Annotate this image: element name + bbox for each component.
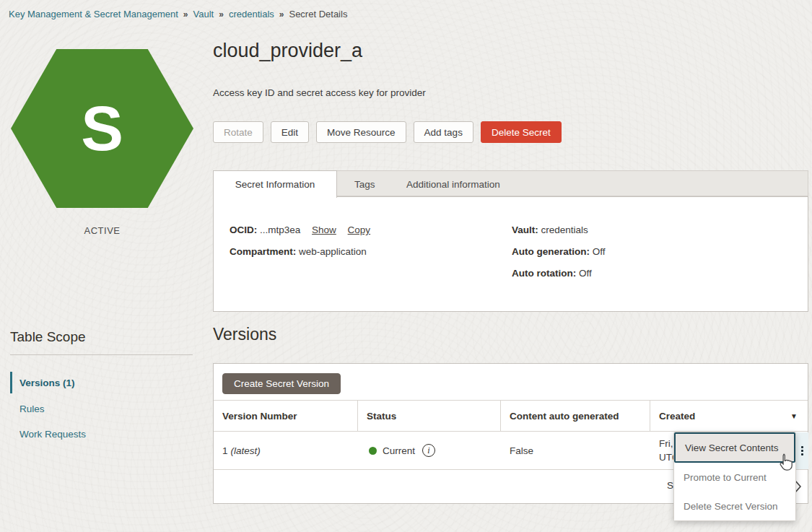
breadcrumb-link-credentials[interactable]: credentials <box>229 9 274 19</box>
kebab-dot-icon <box>801 453 803 455</box>
auto-generation-label: Auto generation: <box>512 246 590 257</box>
auto-rotation-row: Auto rotation: Off <box>512 268 592 279</box>
sidebar-item-rules[interactable]: Rules <box>10 398 195 419</box>
breadcrumb-separator-icon: » <box>219 9 224 19</box>
vault-value-text: credentials <box>541 224 588 235</box>
column-header-content-auto-generated: Content auto generated <box>501 401 650 431</box>
sidebar-item-label: Work Requests <box>12 429 86 440</box>
sidebar-item-label: Rules <box>12 404 45 414</box>
sidebar-item-label: Versions (1) <box>12 378 75 388</box>
secret-details-page: { "breadcrumb": { "separator": "»", "ite… <box>0 0 812 532</box>
column-header-status: Status <box>358 401 501 431</box>
edit-button[interactable]: Edit <box>271 121 309 143</box>
rotate-button[interactable]: Rotate <box>213 121 263 143</box>
row-actions-kebab-menu-button[interactable] <box>795 432 808 469</box>
sidebar-divider <box>10 354 193 355</box>
secret-initial: S <box>81 97 123 160</box>
row-actions-context-menu: View Secret Contents Promote to Current … <box>673 432 796 521</box>
sidebar-title: Table Scope <box>10 329 86 345</box>
vault-row: Vault: credentials <box>512 224 588 235</box>
auto-rotation-value-text: Off <box>579 268 592 279</box>
compartment-value-text: web-application <box>299 246 367 257</box>
cell-version-number: 1 (latest) <box>214 432 358 469</box>
ocid-row: OCID: ...mtp3ea Show Copy <box>230 224 370 235</box>
move-resource-button[interactable]: Move Resource <box>316 121 406 143</box>
breadcrumb-link-key-management[interactable]: Key Management & Secret Management <box>9 9 178 19</box>
ocid-value-text: ...mtp3ea <box>260 224 300 235</box>
tab-additional-information[interactable]: Additional information <box>390 171 516 197</box>
action-toolbar: Rotate Edit Move Resource Add tags Delet… <box>213 121 562 143</box>
versions-heading: Versions <box>213 325 276 344</box>
breadcrumb-separator-icon: » <box>279 9 284 19</box>
auto-generation-row: Auto generation: Off <box>512 246 606 257</box>
delete-secret-button[interactable]: Delete Secret <box>481 121 562 143</box>
cell-status: Current i <box>358 432 501 469</box>
create-secret-version-button[interactable]: Create Secret Version <box>222 373 341 394</box>
vault-label: Vault: <box>512 224 538 235</box>
column-header-created[interactable]: Created ▼ <box>650 401 808 431</box>
breadcrumb-current: Secret Details <box>289 9 347 19</box>
tab-tags[interactable]: Tags <box>339 171 391 197</box>
menu-item-delete-secret-version[interactable]: Delete Secret Version <box>674 492 795 520</box>
created-line-1: Fri, <box>659 437 673 450</box>
kebab-dot-icon <box>801 450 803 452</box>
info-icon[interactable]: i <box>422 444 435 457</box>
status-current-dot <box>369 447 377 455</box>
compartment-row: Compartment: web-application <box>230 246 367 257</box>
secret-information-panel: OCID: ...mtp3ea Show Copy Compartment: w… <box>213 196 808 312</box>
auto-generation-value-text: Off <box>593 246 606 257</box>
breadcrumb-link-vault[interactable]: Vault <box>193 9 214 19</box>
page-title: cloud_provider_a <box>213 40 362 62</box>
cell-content-auto-generated: False <box>501 432 650 469</box>
ocid-show-link[interactable]: Show <box>312 224 336 235</box>
add-tags-button[interactable]: Add tags <box>414 121 473 143</box>
resource-description: Access key ID and secret access key for … <box>213 87 426 98</box>
version-number: 1 <box>222 445 228 456</box>
breadcrumb-separator-icon: » <box>183 9 188 19</box>
breadcrumb: Key Management & Secret Management » Vau… <box>9 9 347 19</box>
sort-descending-icon[interactable]: ▼ <box>790 412 798 420</box>
ocid-copy-link[interactable]: Copy <box>348 224 371 235</box>
status-text: Current <box>383 445 415 456</box>
showing-items-text: S <box>667 480 673 491</box>
cursor-pointer-icon <box>777 453 794 475</box>
compartment-label: Compartment: <box>230 246 296 257</box>
version-latest-note: (latest) <box>231 445 261 456</box>
kebab-dot-icon <box>801 446 803 448</box>
ocid-label: OCID: <box>230 224 257 235</box>
resource-status: ACTIVE <box>11 225 193 236</box>
content-auto-generated-value: False <box>510 445 533 456</box>
column-header-version-number: Version Number <box>214 401 358 431</box>
sidebar-item-work-requests[interactable]: Work Requests <box>10 423 195 445</box>
auto-rotation-label: Auto rotation: <box>512 268 576 279</box>
tab-secret-information[interactable]: Secret Information <box>213 170 337 198</box>
column-header-created-label: Created <box>659 411 695 422</box>
versions-table-header: Version Number Status Content auto gener… <box>214 400 808 432</box>
sidebar-item-versions[interactable]: Versions (1) <box>10 372 195 393</box>
secret-hexagon-icon: S <box>11 49 193 208</box>
